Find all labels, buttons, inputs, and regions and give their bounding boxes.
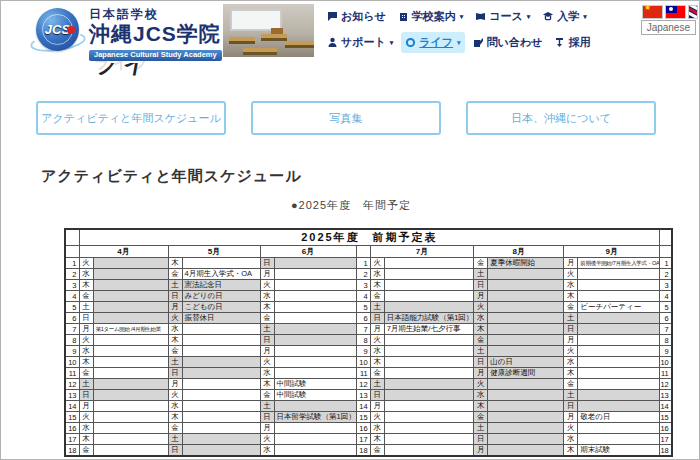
event-cell: 期末試験 bbox=[578, 445, 660, 457]
day-number-cell: 2 bbox=[65, 269, 79, 280]
event-cell bbox=[488, 434, 564, 445]
nav-item-course[interactable]: コース ▾ bbox=[471, 6, 534, 27]
weekday-cell: 金 bbox=[564, 379, 578, 390]
event-cell bbox=[488, 390, 564, 401]
day-number-cell: 7 bbox=[65, 324, 79, 335]
event-cell bbox=[93, 291, 168, 302]
chevron-down-icon: ▾ bbox=[527, 13, 531, 21]
weekday-cell: 金 bbox=[260, 390, 274, 401]
chevron-down-icon: ▾ bbox=[460, 13, 464, 21]
weekday-cell: 水 bbox=[564, 357, 578, 368]
event-cell: 憲法記念日 bbox=[182, 280, 260, 291]
day-number-cell: 5 bbox=[660, 302, 672, 313]
china-flag-icon[interactable] bbox=[642, 5, 663, 19]
schedule-table: 2025年度 前期予定表 4月 5月 6月 7月 8月 9月 1火木日1火金夏季… bbox=[64, 228, 673, 457]
weekday-cell: 月 bbox=[564, 258, 578, 269]
event-cell bbox=[93, 302, 168, 313]
event-cell bbox=[488, 280, 564, 291]
month-header: 7月 bbox=[370, 246, 474, 258]
nav-item-label: お知らせ bbox=[341, 9, 386, 24]
weekday-cell: 水 bbox=[474, 390, 488, 401]
day-number-cell: 13 bbox=[356, 390, 370, 401]
day-number-cell: 14 bbox=[65, 401, 79, 412]
event-cell: 日本語能力試験（第1回） bbox=[384, 313, 474, 324]
desk-shape bbox=[243, 48, 277, 55]
event-cell bbox=[384, 335, 474, 346]
book-icon bbox=[475, 11, 486, 22]
weekday-cell: 土 bbox=[260, 324, 274, 335]
day-number-cell: 5 bbox=[356, 302, 370, 313]
event-cell bbox=[274, 335, 356, 346]
main-nav: お知らせ 学校案内 ▾ コース ▾ 入学 ▾ bbox=[323, 6, 635, 58]
weekday-cell: 日 bbox=[168, 368, 182, 379]
day-number-cell: 13 bbox=[660, 390, 672, 401]
nav-item-recruit[interactable]: 採用 bbox=[550, 32, 594, 53]
weekday-cell: 火 bbox=[474, 379, 488, 390]
event-cell: 健康診断週間 bbox=[488, 368, 564, 379]
weekday-cell: 木 bbox=[79, 357, 93, 368]
nav-item-admission[interactable]: 入学 ▾ bbox=[538, 6, 591, 27]
tab-photo-album[interactable]: 写真集 bbox=[251, 101, 441, 135]
nav-item-life[interactable]: ライフ ▾ bbox=[401, 32, 464, 53]
event-cell bbox=[578, 379, 660, 390]
weekday-cell: 火 bbox=[370, 412, 384, 423]
event-cell bbox=[384, 412, 474, 423]
weekday-cell: 金 bbox=[260, 313, 274, 324]
weekday-cell: 木 bbox=[168, 412, 182, 423]
weekday-cell: 土 bbox=[79, 379, 93, 390]
school-logo[interactable]: JCS bbox=[34, 7, 82, 55]
tab-about-japan-okinawa[interactable]: 日本、沖縄について bbox=[466, 101, 656, 135]
weekday-cell: 日 bbox=[79, 313, 93, 324]
event-cell bbox=[384, 445, 474, 457]
classroom-photo bbox=[223, 4, 314, 57]
day-number-cell: 6 bbox=[65, 313, 79, 324]
day-number-cell: 15 bbox=[356, 412, 370, 423]
page-heading: アクティビティと年間スケジュール bbox=[41, 167, 302, 186]
event-cell bbox=[488, 401, 564, 412]
nav-item-school-guide[interactable]: 学校案内 ▾ bbox=[394, 6, 468, 27]
weekday-cell: 火 bbox=[474, 302, 488, 313]
nav-item-support[interactable]: サポート ▾ bbox=[323, 32, 397, 53]
event-cell bbox=[488, 269, 564, 280]
event-cell bbox=[274, 357, 356, 368]
event-cell bbox=[93, 379, 168, 390]
table-row: 6日火振替休日金6日日本語能力試験（第1回）水土6 bbox=[65, 313, 672, 324]
day-number-cell: 5 bbox=[65, 302, 79, 313]
event-cell bbox=[384, 357, 474, 368]
nav-row-1: お知らせ 学校案内 ▾ コース ▾ 入学 ▾ bbox=[323, 6, 635, 27]
page: JCS 日本語学校 沖縄JCS学院 Japanese Cultural Stud… bbox=[0, 0, 700, 460]
event-cell bbox=[182, 324, 260, 335]
language-selector[interactable]: Japanese bbox=[641, 20, 696, 35]
event-cell bbox=[384, 291, 474, 302]
site-header: JCS 日本語学校 沖縄JCS学院 Japanese Cultural Stud… bbox=[1, 1, 699, 58]
table-row: 3木土憲法記念日火3木日水3 bbox=[65, 280, 672, 291]
weekday-cell: 日 bbox=[474, 357, 488, 368]
day-number-cell: 9 bbox=[660, 346, 672, 357]
event-cell: 第1ターム開始 /4月期生始業 bbox=[93, 324, 168, 335]
school-name[interactable]: 日本語学校 沖縄JCS学院 Japanese Cultural Study Ac… bbox=[89, 8, 222, 61]
chevron-down-icon: ▾ bbox=[390, 39, 394, 47]
nav-item-label: サポート bbox=[341, 35, 386, 50]
weekday-cell: 月 bbox=[168, 379, 182, 390]
day-number-cell: 1 bbox=[660, 258, 672, 269]
event-cell bbox=[274, 324, 356, 335]
weekday-cell: 火 bbox=[260, 434, 274, 445]
event-cell bbox=[274, 302, 356, 313]
weekday-cell: 金 bbox=[564, 302, 578, 313]
weekday-cell: 金 bbox=[79, 291, 93, 302]
weekday-cell: 火 bbox=[168, 390, 182, 401]
weekday-cell: 月 bbox=[260, 269, 274, 280]
table-row: 2水金4月期生入学式・OA月2水土火2 bbox=[65, 269, 672, 280]
weekday-cell: 火 bbox=[260, 280, 274, 291]
nav-item-news[interactable]: お知らせ bbox=[323, 6, 390, 27]
event-cell bbox=[182, 423, 260, 434]
chevron-down-icon: ▾ bbox=[583, 13, 587, 21]
page-title-text: ライフ bbox=[91, 63, 171, 76]
taiwan-flag-icon[interactable] bbox=[665, 5, 686, 19]
event-cell bbox=[182, 357, 260, 368]
event-cell bbox=[274, 313, 356, 324]
tab-activity-schedule[interactable]: アクティビティと年間スケジュール bbox=[36, 101, 226, 135]
nav-item-contact[interactable]: 問い合わせ bbox=[469, 32, 547, 53]
weekday-cell: 水 bbox=[370, 269, 384, 280]
uk-flag-icon[interactable] bbox=[688, 5, 698, 19]
